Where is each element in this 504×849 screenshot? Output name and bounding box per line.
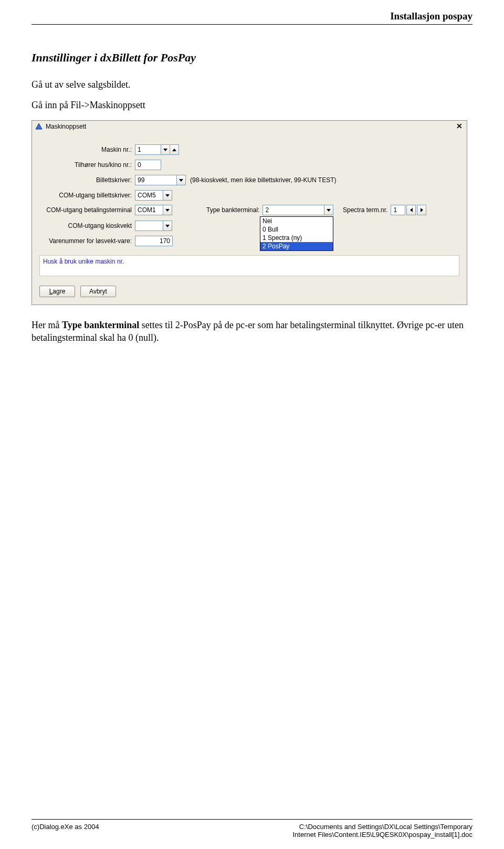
com-kiosk-input[interactable] (135, 221, 163, 231)
billettskriver-dropdown-icon[interactable] (176, 175, 186, 185)
label-com-billett: COM-utgang billettskriver: (39, 192, 135, 199)
label-tilhorer: Tilhører hus/kino nr.: (39, 161, 135, 169)
label-spectra: Spectra term.nr. (343, 206, 387, 214)
header-divider (32, 24, 472, 25)
spectra-input[interactable] (391, 205, 405, 215)
footer-left: (c)Dialog.eXe as 2004 (32, 823, 99, 838)
label-maskin-nr: Maskin nr.: (39, 146, 135, 153)
window-title-text: Maskinoppsett (46, 123, 86, 130)
com-betaling-dropdown-icon[interactable] (163, 205, 172, 215)
maskin-nr-input[interactable] (135, 144, 161, 155)
com-betaling-input[interactable] (135, 205, 163, 215)
cancel-button[interactable]: Avbryt (80, 286, 116, 297)
type-bank-dropdown-list[interactable]: Nei 0 Bull 1 Spectra (ny) 2 PosPay (260, 216, 333, 251)
dropdown-option[interactable]: 0 Bull (260, 225, 333, 234)
maskinoppsett-window: Maskinoppsett ✕ Maskin nr.: Tilhører hus… (32, 120, 467, 305)
type-bank-input[interactable] (262, 205, 324, 215)
page-header-title: Installasjon pospay (32, 11, 472, 22)
spectra-right-icon[interactable] (417, 205, 426, 215)
label-billettskriver: Billettskriver: (39, 176, 135, 184)
dropdown-option-selected[interactable]: 2 PosPay (260, 242, 333, 250)
explanation-text: Her må Type bankterminal settes til 2-Po… (32, 319, 472, 344)
save-button[interactable]: Lagre (39, 286, 75, 297)
section-title: Innstillinger i dxBillett for PosPay (32, 51, 472, 65)
hint-bar: Husk å bruk unike maskin nr. (39, 255, 459, 276)
close-icon[interactable]: ✕ (455, 122, 464, 131)
spin-up-icon[interactable] (170, 144, 179, 155)
type-bank-dropdown-icon[interactable] (324, 205, 333, 215)
varenummer-input[interactable] (135, 236, 173, 246)
window-titlebar: Maskinoppsett ✕ (32, 121, 467, 133)
com-billett-dropdown-icon[interactable] (163, 190, 172, 201)
com-kiosk-dropdown-icon[interactable] (163, 221, 172, 231)
footer-divider (32, 819, 472, 820)
label-type-bank: Type bankterminal: (206, 206, 259, 214)
dropdown-option[interactable]: Nei (260, 217, 333, 225)
label-varenummer: Varenummer for løsvekt-vare: (39, 237, 135, 245)
window-app-icon (35, 123, 43, 130)
label-com-kiosk: COM-utgang kioskvekt (39, 222, 135, 229)
spin-down-icon[interactable] (161, 144, 170, 155)
svg-marker-0 (36, 123, 42, 129)
spectra-left-icon[interactable] (406, 205, 416, 215)
billettskriver-input[interactable] (135, 175, 177, 185)
page-footer: (c)Dialog.eXe as 2004 C:\Documents and S… (32, 819, 472, 838)
com-billett-input[interactable] (135, 190, 163, 201)
paragraph-2: Gå inn på Fil->Maskinoppsett (32, 100, 472, 111)
label-com-betaling: COM-utgang betalingsterminal (39, 206, 135, 214)
tilhorer-input[interactable] (135, 160, 161, 170)
footer-right: C:\Documents and Settings\DX\Local Setti… (292, 823, 472, 838)
paragraph-1: Gå ut av selve salgsbildet. (32, 79, 472, 90)
billettskriver-note: (98-kioskvekt, men ikke billettskriver, … (190, 176, 337, 184)
dropdown-option[interactable]: 1 Spectra (ny) (260, 234, 333, 242)
